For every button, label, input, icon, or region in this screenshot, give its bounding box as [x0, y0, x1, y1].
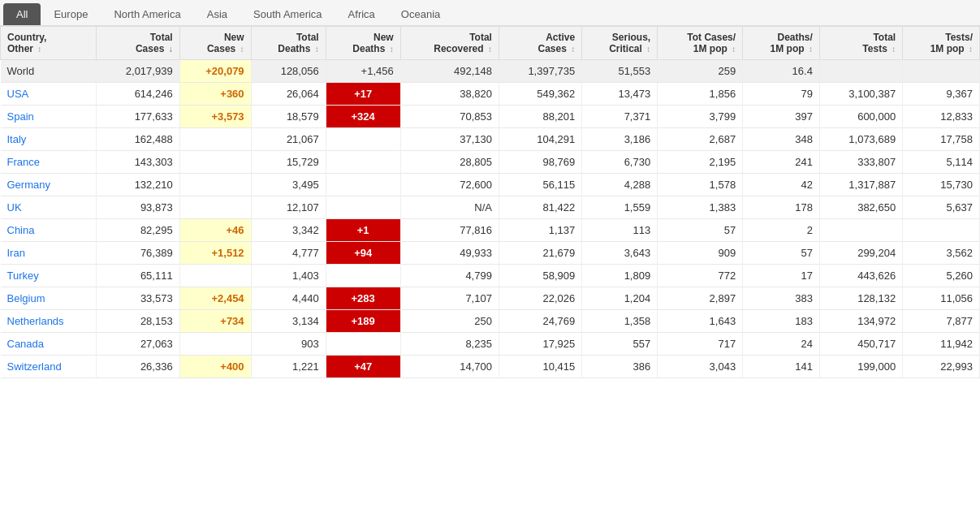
serious-critical-cell: 4,288	[582, 174, 658, 196]
col-total-recovered[interactable]: TotalRecovered ↕	[400, 27, 499, 60]
tests-1m-cell: 11,056	[903, 287, 980, 310]
new-deaths-cell: +94	[326, 242, 400, 265]
active-cases-cell: 24,769	[499, 310, 581, 333]
total-tests-cell: 382,650	[819, 196, 902, 219]
table-row: Netherlands 28,153 +734 3,134 +189 250 2…	[1, 310, 980, 333]
tot-cases-1m-cell: 2,195	[658, 151, 743, 174]
country-link[interactable]: Switzerland	[7, 360, 62, 373]
deaths-1m-cell: 348	[743, 128, 820, 151]
new-deaths-cell	[326, 196, 400, 219]
total-recovered-cell: 49,933	[400, 242, 499, 265]
total-deaths-cell: 15,729	[251, 151, 326, 174]
active-cases-cell: 21,679	[499, 242, 581, 265]
col-active-cases[interactable]: ActiveCases ↕	[499, 27, 581, 60]
tests-1m-cell: 12,833	[903, 106, 980, 128]
tests-1m-cell: 7,877	[903, 310, 980, 333]
total-tests-cell: 134,972	[819, 310, 902, 333]
tests-1m-cell: 15,730	[903, 174, 980, 196]
tab-all[interactable]: All	[3, 3, 41, 25]
active-cases-cell: 1,137	[499, 219, 581, 242]
country-cell[interactable]: Italy	[1, 128, 97, 151]
country-link[interactable]: Germany	[7, 179, 50, 191]
country-link[interactable]: UK	[7, 201, 22, 214]
total-recovered-cell: 70,853	[400, 106, 499, 128]
country-cell[interactable]: Netherlands	[1, 310, 97, 333]
tab-europe[interactable]: Europe	[41, 3, 101, 25]
total-recovered-cell: 72,600	[400, 174, 499, 196]
tab-asia[interactable]: Asia	[194, 3, 240, 25]
tests-1m-cell: 5,114	[903, 151, 980, 174]
tab-north-america[interactable]: North America	[101, 3, 193, 25]
serious-critical-cell: 1,809	[582, 265, 658, 287]
deaths-1m-cell: 241	[743, 151, 820, 174]
country-link[interactable]: Canada	[7, 338, 45, 350]
new-deaths-cell	[326, 174, 400, 196]
total-deaths-cell: 26,064	[251, 83, 326, 106]
tab-bar: AllEuropeNorth AmericaAsiaSouth AmericaA…	[0, 0, 980, 26]
serious-critical-cell: 7,371	[582, 106, 658, 128]
country-cell[interactable]: Germany	[1, 174, 97, 196]
country-cell[interactable]: Canada	[1, 333, 97, 356]
country-link[interactable]: Belgium	[7, 292, 45, 304]
country-link[interactable]: China	[7, 224, 35, 236]
country-link[interactable]: France	[7, 156, 40, 168]
new-cases-cell: +3,573	[179, 106, 251, 128]
world-deaths-1m: 16.4	[743, 60, 820, 83]
tab-africa[interactable]: Africa	[335, 3, 388, 25]
serious-critical-cell: 6,730	[582, 151, 658, 174]
world-new-deaths: +1,456	[326, 60, 400, 83]
country-cell[interactable]: Switzerland	[1, 356, 97, 378]
country-cell[interactable]: France	[1, 151, 97, 174]
tot-cases-1m-cell: 1,643	[658, 310, 743, 333]
col-tot-cases-1m[interactable]: Tot Cases/1M pop ↕	[658, 27, 743, 60]
active-cases-cell: 22,026	[499, 287, 581, 310]
country-cell[interactable]: Iran	[1, 242, 97, 265]
col-tests-1m[interactable]: Tests/1M pop ↕	[903, 27, 980, 60]
col-total-tests[interactable]: TotalTests ↕	[819, 27, 902, 60]
tab-oceania[interactable]: Oceania	[388, 3, 453, 25]
country-link[interactable]: Iran	[7, 247, 25, 259]
col-new-deaths[interactable]: NewDeaths ↕	[326, 27, 400, 60]
active-cases-cell: 98,769	[499, 151, 581, 174]
total-cases-cell: 177,633	[97, 106, 179, 128]
new-deaths-cell	[326, 265, 400, 287]
deaths-1m-cell: 383	[743, 287, 820, 310]
active-cases-cell: 58,909	[499, 265, 581, 287]
covid-table: Country,Other ↕ TotalCases ↓ NewCases ↕ …	[0, 26, 980, 378]
col-deaths-1m[interactable]: Deaths/1M pop ↕	[743, 27, 820, 60]
col-serious-critical[interactable]: Serious,Critical ↕	[582, 27, 658, 60]
tab-south-america[interactable]: South America	[240, 3, 335, 25]
world-tot-cases-1m: 259	[658, 60, 743, 83]
world-active-cases: 1,397,735	[499, 60, 581, 83]
country-link[interactable]: Italy	[7, 133, 27, 145]
active-cases-cell: 17,925	[499, 333, 581, 356]
total-deaths-cell: 4,777	[251, 242, 326, 265]
new-cases-cell: +2,454	[179, 287, 251, 310]
country-cell[interactable]: China	[1, 219, 97, 242]
world-total-tests	[819, 60, 902, 83]
country-cell[interactable]: Spain	[1, 106, 97, 128]
country-link[interactable]: USA	[7, 88, 29, 100]
new-deaths-cell	[326, 151, 400, 174]
col-country[interactable]: Country,Other ↕	[1, 27, 97, 60]
country-link[interactable]: Spain	[7, 110, 34, 123]
table-row: USA 614,246 +360 26,064 +17 38,820 549,3…	[1, 83, 980, 106]
country-link[interactable]: Netherlands	[7, 315, 64, 327]
col-total-deaths[interactable]: TotalDeaths ↕	[251, 27, 326, 60]
serious-critical-cell: 3,186	[582, 128, 658, 151]
col-new-cases[interactable]: NewCases ↕	[179, 27, 251, 60]
country-link[interactable]: Turkey	[7, 270, 39, 282]
country-cell[interactable]: Belgium	[1, 287, 97, 310]
table-row: Italy 162,488 21,067 37,130 104,291 3,18…	[1, 128, 980, 151]
col-total-cases[interactable]: TotalCases ↓	[97, 27, 179, 60]
active-cases-cell: 81,422	[499, 196, 581, 219]
country-cell[interactable]: Turkey	[1, 265, 97, 287]
new-cases-cell	[179, 151, 251, 174]
country-cell[interactable]: UK	[1, 196, 97, 219]
total-tests-cell: 600,000	[819, 106, 902, 128]
country-cell[interactable]: USA	[1, 83, 97, 106]
new-deaths-cell: +47	[326, 356, 400, 378]
tot-cases-1m-cell: 57	[658, 219, 743, 242]
deaths-1m-cell: 79	[743, 83, 820, 106]
new-cases-cell	[179, 333, 251, 356]
